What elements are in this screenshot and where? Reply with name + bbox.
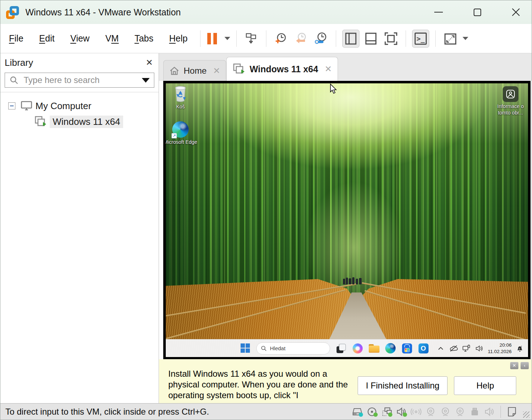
maximize-button[interactable]: [471, 6, 484, 19]
window-title: Windows 11 x64 - VMware Workstation: [25, 7, 181, 18]
tree-item-label: My Computer: [35, 101, 91, 112]
pause-dropdown-caret-icon[interactable]: [224, 37, 230, 40]
onedrive-offline-icon[interactable]: [449, 344, 458, 353]
free-stretch-button[interactable]: [442, 30, 459, 48]
content-area: Home ✕ Windows 11 x64 ✕: [159, 53, 532, 403]
taskbar-edge-button[interactable]: [385, 343, 396, 354]
vmware-logo-icon: [6, 5, 20, 19]
home-icon: [169, 66, 179, 75]
microsoft-store-icon: [402, 343, 412, 353]
file-explorer-icon: [369, 344, 379, 353]
network-adapter-icon[interactable]: [381, 406, 392, 417]
help-button[interactable]: Help: [454, 376, 516, 395]
ctrl-alt-del-icon: [244, 31, 258, 46]
title-bar: Windows 11 x64 - VMware Workstation: [0, 0, 532, 24]
task-view-icon: [337, 344, 346, 353]
vm-running-icon: [34, 116, 47, 128]
menu-file[interactable]: File: [9, 33, 23, 44]
take-snapshot-button[interactable]: [272, 30, 290, 48]
status-separator: [500, 406, 501, 418]
pause-icon: [207, 33, 217, 44]
library-close-icon[interactable]: ✕: [146, 58, 153, 67]
tab-windows-11-x64[interactable]: Windows 11 x64 ✕: [226, 57, 338, 81]
menu-edit[interactable]: Edit: [39, 33, 54, 44]
library-tree: My Computer Windows 11 x64: [0, 92, 159, 403]
taskbar-task-view-button[interactable]: [335, 343, 347, 354]
usb-device-icon: [469, 406, 480, 417]
desktop-icon-spotlight-info[interactable]: Informace o tomto obr...: [493, 86, 528, 116]
audio-output-icon: [484, 406, 495, 417]
revert-snapshot-button[interactable]: [292, 30, 310, 48]
hint-collapse-icon[interactable]: ‹: [521, 362, 529, 369]
menu-bar: File Edit View VM Tabs Help: [9, 33, 188, 44]
menu-tabs[interactable]: Tabs: [135, 33, 154, 44]
i-finished-installing-button[interactable]: I Finished Installing: [358, 376, 448, 395]
sound-icon[interactable]: [396, 406, 407, 417]
full-screen-icon: [384, 31, 398, 46]
taskbar-outlook-button[interactable]: O: [418, 343, 429, 354]
computer-icon: [20, 101, 33, 111]
resize-grip[interactable]: [523, 411, 529, 418]
webcam-1-icon: [425, 406, 436, 417]
taskbar-store-button[interactable]: [401, 343, 412, 354]
tab-close-icon[interactable]: ✕: [213, 66, 220, 76]
edge-icon: ↗: [172, 121, 189, 138]
vm-screen-frame[interactable]: Koš ↗ Microsoft Edge: [163, 81, 531, 359]
shortcut-arrow-icon: ↗: [171, 133, 177, 138]
message-log-icon[interactable]: [506, 406, 518, 417]
volume-icon[interactable]: [475, 344, 484, 353]
taskbar-search-box[interactable]: Hledat: [256, 342, 330, 355]
toolbar-separator: [236, 30, 237, 47]
menu-help[interactable]: Help: [169, 33, 187, 44]
menu-view[interactable]: View: [70, 33, 90, 44]
stretch-dropdown-caret-icon[interactable]: [463, 37, 468, 40]
close-button[interactable]: [509, 6, 522, 19]
tray-hidden-icons-chevron[interactable]: [436, 344, 445, 353]
search-dropdown-caret-icon[interactable]: [142, 78, 150, 83]
tree-item-windows-11-x64[interactable]: Windows 11 x64: [0, 114, 159, 130]
vmware-workstation-window: Windows 11 x64 - VMware Workstation File…: [0, 0, 532, 420]
launch-console-button[interactable]: >_: [412, 30, 429, 48]
minimize-button[interactable]: [432, 6, 445, 19]
cd-dvd-icon[interactable]: [366, 406, 378, 417]
collapse-expander-icon[interactable]: [8, 102, 15, 109]
search-icon: [261, 346, 267, 351]
desktop-icon-recycle-bin[interactable]: Koš: [166, 85, 198, 110]
hard-disk-icon[interactable]: [352, 406, 363, 417]
hint-close-icon[interactable]: ✕: [510, 362, 518, 369]
revert-snapshot-icon: [294, 31, 308, 46]
tab-home[interactable]: Home ✕: [163, 60, 226, 81]
manage-snapshots-button[interactable]: [313, 30, 330, 48]
full-screen-button[interactable]: [382, 30, 400, 48]
library-title: Library: [5, 57, 33, 68]
desktop-icon-label: Koš: [176, 104, 185, 110]
taskbar-start-button[interactable]: [240, 343, 251, 354]
taskbar-copilot-button[interactable]: [352, 343, 363, 354]
wallpaper-people-silhouettes: [343, 277, 368, 284]
show-thumbnail-bar-button[interactable]: [362, 30, 379, 48]
desktop-icon-microsoft-edge[interactable]: ↗ Microsoft Edge: [166, 121, 198, 146]
taskbar-clock[interactable]: 20:06 11.02.2026: [488, 342, 512, 355]
send-ctrl-alt-del-button[interactable]: [243, 30, 260, 48]
library-panel-icon: [344, 31, 357, 46]
tree-item-my-computer[interactable]: My Computer: [0, 98, 159, 114]
menu-vm[interactable]: VM: [105, 33, 119, 44]
taskbar-file-explorer-button[interactable]: [368, 343, 379, 354]
tab-close-icon[interactable]: ✕: [325, 64, 332, 74]
tab-strip: Home ✕ Windows 11 x64 ✕: [159, 53, 532, 81]
library-search-box[interactable]: [5, 73, 154, 88]
network-icon[interactable]: [462, 344, 471, 353]
outlook-icon: O: [419, 343, 429, 353]
clock-date: 11.02.2026: [488, 348, 512, 355]
library-search-input[interactable]: [24, 75, 137, 85]
status-message: To direct input to this VM, click inside…: [5, 407, 209, 417]
notifications-bell-icon[interactable]: z z: [515, 344, 524, 353]
show-library-button[interactable]: [342, 30, 359, 48]
webcam-2-icon: [440, 406, 451, 417]
vm-display[interactable]: Koš ↗ Microsoft Edge: [166, 83, 528, 357]
pause-button[interactable]: [204, 30, 221, 48]
wifi-icon: [410, 406, 422, 417]
toolbar-separator: [266, 30, 266, 47]
status-bar: To direct input to this VM, click inside…: [0, 403, 532, 420]
spotlight-picture-icon: [503, 86, 518, 102]
